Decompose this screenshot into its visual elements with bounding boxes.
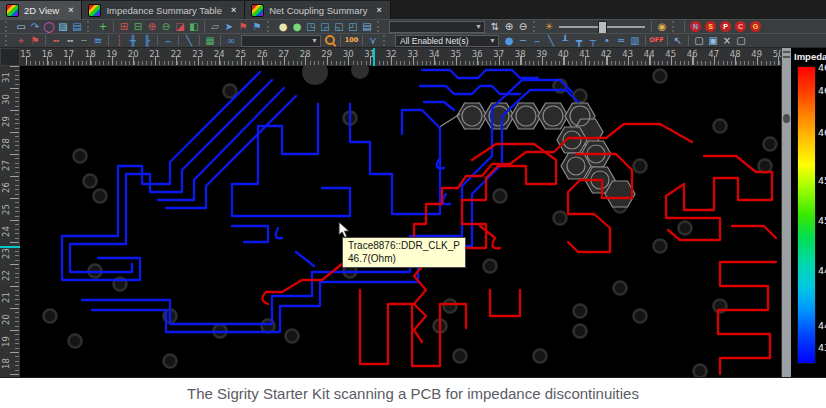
tab-net-coupling-summary[interactable]: Net Coupling Summary ×	[245, 1, 390, 19]
scrollbar-thumb[interactable]	[783, 114, 790, 123]
copy-icon[interactable]: ▢	[692, 34, 706, 47]
ruler-number: 30	[338, 49, 360, 59]
ruler-number: 29	[316, 49, 338, 59]
marker-flag-icon[interactable]: ⚑	[28, 34, 42, 47]
zoom-in-icon[interactable]: ⊕	[502, 20, 516, 33]
tab-impedance-summary-table[interactable]: Impedance Summary Table ×	[82, 1, 245, 19]
trace-arc-icon[interactable]: ⌢	[530, 34, 544, 47]
ruler-number: 38	[510, 49, 532, 59]
top-layer-shape-icon[interactable]: ●	[276, 20, 290, 33]
enabled-shape-icon[interactable]: ●	[502, 34, 516, 47]
find-select[interactable]: ▼	[241, 35, 321, 47]
view-right-icon[interactable]: ◰	[346, 20, 360, 33]
caption-area: The Sigrity Starter Kit scanning a PCB f…	[0, 378, 826, 408]
layer-stack-icon[interactable]: ≡	[91, 34, 105, 47]
palette-icon[interactable]: ◉	[655, 20, 669, 33]
paste-add-icon[interactable]: ▣	[706, 34, 720, 47]
bottom-layer-shape-icon[interactable]: ●	[290, 20, 304, 33]
view-select[interactable]: ▼	[389, 21, 485, 33]
slider-handle[interactable]	[598, 21, 607, 33]
close-icon[interactable]: ×	[68, 5, 73, 15]
ruler-number: 23	[187, 49, 209, 59]
remove-point-icon[interactable]: ⊖	[159, 20, 173, 33]
delete-icon[interactable]: ×	[720, 34, 734, 47]
close-icon[interactable]: ×	[231, 5, 236, 15]
sigrity-app-badge-p[interactable]: P	[720, 21, 731, 32]
separator	[178, 35, 179, 46]
add-point-icon[interactable]: ⊕	[145, 20, 159, 33]
sigrity-app-badge-n[interactable]: N	[690, 21, 701, 32]
padstack-alt-icon[interactable]: ╟	[140, 34, 154, 47]
ruler-number: 24	[1, 221, 11, 243]
ruler-number: 44	[639, 49, 661, 59]
search-icon[interactable]	[324, 34, 337, 47]
brightness-slider[interactable]	[559, 20, 645, 33]
linestyle-dash3-icon[interactable]: ┄	[77, 34, 91, 47]
close-icon[interactable]: ×	[376, 5, 381, 15]
impedance-legend: Impeda 4646464545444443	[791, 48, 826, 377]
remove-area-icon[interactable]: ◧	[187, 20, 201, 33]
ruler-number: 42	[596, 49, 618, 59]
vertical-scrollbar[interactable]	[781, 48, 791, 377]
duplicate-icon[interactable]: ▢	[734, 34, 748, 47]
origin-crosshair-icon[interactable]: +	[96, 20, 110, 33]
view-left-icon[interactable]: ◱	[332, 20, 346, 33]
sigrity-app-badge-c[interactable]: C	[735, 21, 746, 32]
net-filter-select[interactable]: All Enabled Net(s) ▼	[395, 35, 499, 47]
probe-point-icon[interactable]: ⌖	[14, 34, 28, 47]
ruler-number: 27	[273, 49, 295, 59]
polygon-select-icon[interactable]: ▱	[208, 20, 222, 33]
tab-2d-view[interactable]: 2D View ×	[0, 1, 82, 19]
view-top-icon[interactable]: ◳	[304, 20, 318, 33]
diff-pair-icon[interactable]: ═	[614, 34, 628, 47]
ruler-number: 19	[101, 49, 123, 59]
pan-view-icon[interactable]: ➤	[222, 20, 236, 33]
grip	[383, 35, 389, 46]
ellipse-icon[interactable]: ◯	[42, 20, 56, 33]
trace-bend-icon[interactable]: ╲	[544, 34, 558, 47]
point-dot-icon[interactable]: •	[600, 34, 614, 47]
sigrity-app-badge-g[interactable]: G	[750, 21, 761, 32]
bus-comb-icon[interactable]: ▥	[628, 34, 642, 47]
trace-line-icon[interactable]: ─	[516, 34, 530, 47]
padstack-icon[interactable]: ╫	[126, 34, 140, 47]
slope-segment-icon[interactable]: ╲	[182, 34, 196, 47]
net-order-icon[interactable]: ⇅	[488, 20, 502, 33]
linestyle-dash2-icon[interactable]: ╍	[63, 34, 77, 47]
cutting-off-icon[interactable]: OFF	[649, 34, 664, 47]
rectangle-select-icon[interactable]: ▭	[14, 20, 28, 33]
separator	[113, 21, 114, 32]
testpoint-icon[interactable]: ┳	[572, 34, 586, 47]
separator	[220, 35, 221, 46]
select-cursor-icon[interactable]: ↖	[671, 34, 685, 47]
via-icon[interactable]: ┆	[112, 34, 126, 47]
add-node-icon[interactable]: ⊞	[117, 20, 131, 33]
pcb-canvas[interactable]: Trace8876::DDR_CLK_P 46.7(Ohm)	[20, 66, 781, 377]
spectrum-chart-icon[interactable]: ▦	[203, 34, 217, 47]
linestyle-dash-icon[interactable]: ╍	[49, 34, 63, 47]
legend-value-label: 45	[818, 175, 826, 186]
rotate-icon[interactable]: ↷	[28, 20, 42, 33]
grip	[533, 21, 539, 32]
probe-wire-icon[interactable]: ⋎	[366, 34, 380, 47]
stackup-doc-icon[interactable]: ▤	[360, 20, 374, 33]
image-icon[interactable]: ▨	[56, 20, 70, 33]
route-flag-icon[interactable]: ⚑	[236, 20, 250, 33]
testpoint-alt-icon[interactable]: ┬	[586, 34, 600, 47]
binoculars-icon[interactable]: ∞	[224, 34, 238, 47]
red-net-traces	[262, 124, 776, 374]
log-scale-icon[interactable]: 100	[344, 34, 359, 47]
grip	[267, 21, 273, 32]
image-caption: The Sigrity Starter Kit scanning a PCB f…	[187, 385, 639, 402]
add-area-icon[interactable]: ◪	[173, 20, 187, 33]
zoom-out-icon[interactable]: ⊖	[516, 20, 530, 33]
route-flag-alt-icon[interactable]: ⚑	[250, 20, 264, 33]
view-bottom-icon[interactable]: ◲	[318, 20, 332, 33]
ruler-number: 30	[1, 89, 11, 111]
sigrity-app-badge-s[interactable]: S	[705, 21, 716, 32]
tab-bar: 2D View × Impedance Summary Table × Net …	[0, 0, 826, 19]
via-pin-icon[interactable]: ┸	[558, 34, 572, 47]
remove-node-icon[interactable]: ⊟	[131, 20, 145, 33]
arc-segment-icon[interactable]: ⌢	[161, 34, 175, 47]
snapshot-icon[interactable]: ▤	[70, 20, 84, 33]
